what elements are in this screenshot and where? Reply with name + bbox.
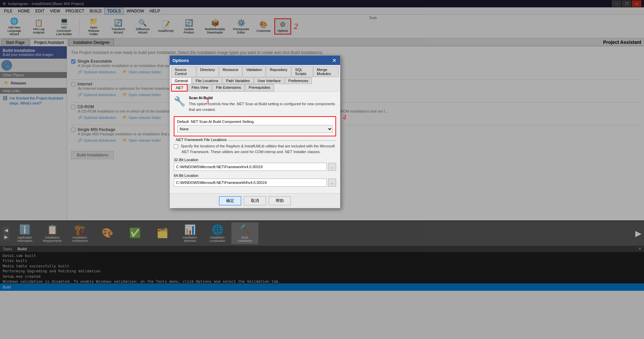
tab-resource[interactable]: Resource: [219, 66, 242, 77]
annotation-3: 3: [206, 98, 209, 106]
tab-prerequisites[interactable]: Prerequisites: [245, 84, 274, 91]
tab-user-interface[interactable]: User Interface: [254, 77, 284, 84]
dialog-tab-row-3: .NET Files View File Extensions Prerequi…: [171, 84, 339, 92]
dialog-title-bar: Options ✕: [170, 56, 340, 65]
dialog-tabs-container: Source Control Directory Resource Valida…: [170, 65, 340, 92]
framework-divider: .NET Framework File Locations: [174, 140, 336, 141]
tab-file-locations[interactable]: File Locations: [192, 77, 222, 84]
scan-title: Scan At Build: [189, 96, 336, 100]
bit64-row: ...: [174, 179, 336, 187]
dialog-close-button[interactable]: ✕: [331, 57, 337, 64]
scan-icon: 🔧: [174, 96, 185, 107]
bit32-label: 32-Bit Location: [174, 158, 336, 162]
tab-repository[interactable]: Repository: [266, 66, 291, 77]
framework-section-label: .NET Framework File Locations: [174, 138, 228, 142]
tab-path-variables[interactable]: Path Variables: [222, 77, 254, 84]
bit32-row: ...: [174, 163, 336, 171]
options-dialog: Options ✕ Source Control Directory Resou…: [169, 55, 340, 208]
dialog-title-text: Options: [172, 58, 189, 63]
bit64-label: 64-Bit Location: [174, 174, 336, 178]
tab-file-extensions[interactable]: File Extensions: [212, 84, 245, 91]
tab-source-control[interactable]: Source Control: [171, 66, 196, 77]
annotation-4: 4: [343, 114, 346, 121]
tab-directory[interactable]: Directory: [197, 66, 219, 77]
bit32-group: 32-Bit Location ...: [174, 158, 336, 171]
tab-preferences[interactable]: Preferences: [285, 77, 312, 84]
dialog-confirm-button[interactable]: 确定: [219, 196, 241, 205]
framework-content: Specify the locations of the RegAsm & In…: [174, 143, 336, 154]
bit64-group: 64-Bit Location ...: [174, 174, 336, 187]
default-setting-group: Default .NET Scan At Build Component Set…: [174, 116, 336, 136]
bit64-browse-button[interactable]: ...: [328, 179, 336, 187]
dialog-help-button[interactable]: 帮助: [269, 196, 291, 205]
tab-general[interactable]: General: [171, 77, 192, 84]
tab-sql-scripts[interactable]: SQL Scripts: [291, 66, 313, 77]
default-setting-select[interactable]: None: [177, 125, 333, 133]
framework-desc: Specify the locations of the RegAsm & In…: [181, 143, 336, 154]
scan-desc: This option controls how the .NET Scan a…: [189, 101, 336, 112]
dialog-footer: 确定 取消 帮助: [170, 193, 340, 208]
bit64-input[interactable]: [174, 179, 327, 187]
bit32-input[interactable]: [174, 163, 327, 171]
tab-validation[interactable]: Validation: [243, 66, 266, 77]
dialog-cancel-button[interactable]: 取消: [244, 196, 266, 205]
scan-section: 🔧 Scan At Build 3 This option controls h…: [174, 96, 336, 112]
dialog-tab-row-1: Source Control Directory Resource Valida…: [171, 66, 339, 77]
dialog-tab-row-2: General File Locations Path Variables Us…: [171, 77, 339, 84]
default-setting-row: None: [177, 125, 333, 133]
framework-checkbox[interactable]: [174, 144, 178, 149]
tab-files-view[interactable]: Files View: [188, 84, 212, 91]
default-setting-label: Default .NET Scan At Build Component Set…: [177, 120, 333, 124]
bit32-browse-button[interactable]: ...: [328, 163, 336, 171]
tab-dotnet[interactable]: .NET: [171, 84, 187, 91]
dialog-content: 🔧 Scan At Build 3 This option controls h…: [170, 92, 340, 193]
scan-content: Scan At Build 3 This option controls how…: [189, 96, 336, 112]
tab-merge-modules[interactable]: Merge Modules: [313, 66, 339, 77]
